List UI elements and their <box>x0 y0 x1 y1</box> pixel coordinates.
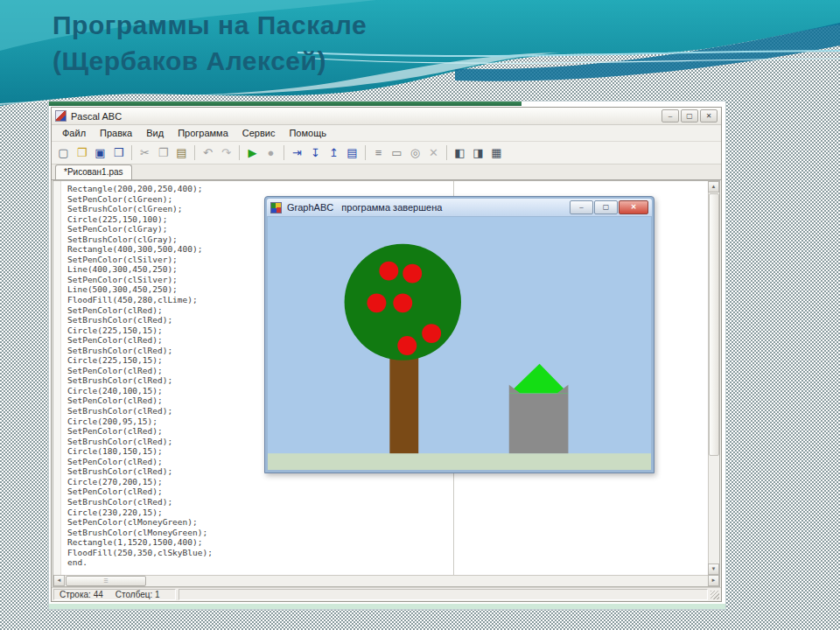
scroll-left-button[interactable]: ◄ <box>53 575 65 586</box>
code-line: SetPenColor(clMoneyGreen); <box>67 517 705 528</box>
graphabc-title-bar: GraphABC программа завершена – ▢ ✕ <box>267 199 652 216</box>
apple <box>422 324 441 343</box>
goto-line-icon[interactable]: ◎ <box>407 144 424 161</box>
minimize-button[interactable]: – <box>662 109 679 122</box>
close-button[interactable]: ✕ <box>700 109 718 122</box>
apple <box>402 264 422 284</box>
step-into-icon[interactable]: ↧ <box>307 144 324 161</box>
pascalabc-icon <box>55 110 66 122</box>
horizontal-scroll-thumb[interactable] <box>66 576 146 586</box>
menu-правка[interactable]: Правка <box>93 126 139 140</box>
show-form-icon[interactable]: ▭ <box>388 144 405 161</box>
code-line: FloodFill(250,350,clSkyBlue); <box>67 548 705 558</box>
code-line: SetBrushColor(clMoneyGreen); <box>67 528 705 538</box>
ground <box>268 453 651 470</box>
graphabc-window: GraphABC программа завершена – ▢ ✕ <box>264 196 654 473</box>
panel-right-icon[interactable]: ◨ <box>470 144 486 161</box>
new-file-icon[interactable]: ▢ <box>55 144 72 161</box>
code-line: SetBrushColor(clRed); <box>67 497 705 508</box>
show-module-icon[interactable]: ▤ <box>344 144 360 161</box>
slide-title: Программы на Паскале (Щербаков Алексей) <box>52 7 367 79</box>
panel-grid-icon[interactable]: ▦ <box>488 144 505 161</box>
pascal-abc-window: Pascal ABC – ▢ ✕ ФайлПравкаВидПрограммаС… <box>51 107 722 602</box>
step-over-icon[interactable]: ⇥ <box>289 144 305 161</box>
status-position-panel: Строка: 44 Столбец: 1 <box>53 589 176 600</box>
menu-bar: ФайлПравкаВидПрограммаСервисПомощь <box>52 125 721 142</box>
scroll-down-button[interactable]: ▼ <box>708 564 719 575</box>
screenshot-panel: Pascal ABC – ▢ ✕ ФайлПравкаВидПрограммаС… <box>48 101 726 610</box>
status-message-panel <box>178 589 708 600</box>
house-body <box>509 394 569 454</box>
menu-программа[interactable]: Программа <box>171 126 235 140</box>
tree-trunk <box>389 347 418 453</box>
sky <box>268 217 651 470</box>
open-file-icon[interactable]: ❐ <box>74 144 90 161</box>
toolbar-separator <box>239 145 240 160</box>
stop-icon[interactable]: ● <box>262 144 279 161</box>
apple <box>379 262 398 281</box>
graphabc-minimize-button[interactable]: – <box>570 200 593 214</box>
toolbar: ▢❐▣❒✂❐▤↶↷▶●⇥↧↥▤≡▭◎✕◧◨▦ <box>52 142 721 164</box>
menu-вид[interactable]: Вид <box>139 126 171 140</box>
code-line: end. <box>67 557 705 568</box>
clear-icon[interactable]: ✕ <box>425 144 442 161</box>
panel-left-icon[interactable]: ◧ <box>452 144 468 161</box>
pascal-window-title: Pascal ABC <box>71 111 122 122</box>
apple <box>397 336 416 355</box>
paste-icon[interactable]: ▤ <box>173 144 190 161</box>
maximize-button[interactable]: ▢ <box>681 109 698 122</box>
graphabc-window-title: GraphABC программа завершена <box>287 202 442 213</box>
toolbar-separator <box>365 145 366 160</box>
code-line: Rectangle(200,200,250,400); <box>67 184 705 194</box>
code-line: SetPenColor(clRed); <box>67 486 705 497</box>
scroll-right-button[interactable]: ► <box>708 575 719 586</box>
vertical-scroll-thumb[interactable] <box>709 193 719 456</box>
apple <box>393 293 412 312</box>
save-file-icon[interactable]: ▣ <box>92 144 108 161</box>
step-out-icon[interactable]: ↥ <box>326 144 342 161</box>
watch-variables-icon[interactable]: ≡ <box>370 144 387 161</box>
tab-risovan1[interactable]: *Рисован1.pas <box>55 164 132 179</box>
pale-strip <box>49 604 725 609</box>
apple <box>367 293 386 312</box>
horizontal-scrollbar[interactable]: ◄ ► <box>53 575 708 586</box>
run-icon[interactable]: ▶ <box>244 144 261 161</box>
vertical-scrollbar[interactable]: ▲ ▼ <box>708 181 719 575</box>
save-all-icon[interactable]: ❒ <box>110 144 127 161</box>
editor-gutter <box>53 181 61 575</box>
graphabc-canvas <box>268 217 651 470</box>
copy-icon[interactable]: ❐ <box>155 144 172 161</box>
graphabc-icon <box>270 202 282 214</box>
graphabc-maximize-button[interactable]: ▢ <box>594 200 618 214</box>
toolbar-separator <box>131 145 132 160</box>
menu-файл[interactable]: Файл <box>55 126 93 140</box>
code-line: Circle(270,200,15); <box>67 477 705 487</box>
toolbar-separator <box>284 145 284 160</box>
menu-помощь[interactable]: Помощь <box>282 126 333 140</box>
pascal-title-bar: Pascal ABC – ▢ ✕ <box>52 108 721 125</box>
tab-bar: *Рисован1.pas <box>52 164 721 180</box>
resize-grip[interactable] <box>710 591 719 599</box>
code-line: Rectangle(1,1520,1500,400); <box>67 537 705 548</box>
graphabc-drawing <box>268 217 651 470</box>
toolbar-separator <box>194 145 195 160</box>
code-line: Circle(230,220,15); <box>67 508 705 518</box>
cut-icon[interactable]: ✂ <box>136 144 153 161</box>
green-strip <box>49 102 522 106</box>
menu-сервис[interactable]: Сервис <box>235 126 283 140</box>
redo-icon[interactable]: ↷ <box>218 144 234 161</box>
status-bar: Строка: 44 Столбец: 1 <box>52 587 721 601</box>
graphabc-close-button[interactable]: ✕ <box>619 200 648 214</box>
toolbar-separator <box>446 145 447 160</box>
status-line: Строка: 44 <box>60 590 103 599</box>
undo-icon[interactable]: ↶ <box>200 144 216 161</box>
status-column: Столбец: 1 <box>116 590 160 599</box>
slide-background: { "slide": { "title": "Программы на Паск… <box>0 0 840 630</box>
scroll-up-button[interactable]: ▲ <box>708 181 719 192</box>
